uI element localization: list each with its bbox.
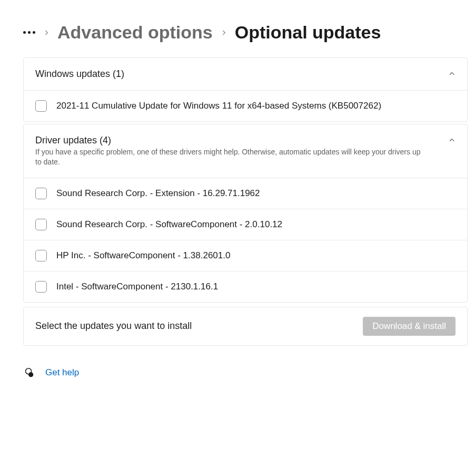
breadcrumb-prev[interactable]: Advanced options — [57, 22, 213, 43]
chevron-right-icon — [43, 29, 50, 36]
update-checkbox[interactable] — [35, 100, 47, 112]
update-checkbox[interactable] — [35, 219, 47, 230]
update-item[interactable]: HP Inc. - SoftwareComponent - 1.38.2601.… — [24, 240, 467, 271]
update-checkbox[interactable] — [35, 250, 47, 261]
section-subtitle: If you have a specific problem, one of t… — [35, 147, 425, 167]
update-label: 2021-11 Cumulative Update for Windows 11… — [56, 101, 381, 111]
windows-updates-header[interactable]: Windows updates (1) — [24, 58, 467, 90]
action-hint: Select the updates you want to install — [35, 320, 192, 332]
help-row: ? Get help — [23, 367, 468, 378]
chevron-up-icon — [448, 137, 456, 144]
update-item[interactable]: 2021-11 Cumulative Update for Windows 11… — [24, 90, 467, 121]
action-bar: Select the updates you want to install D… — [23, 307, 468, 346]
update-label: HP Inc. - SoftwareComponent - 1.38.2601.… — [56, 250, 230, 261]
driver-updates-header[interactable]: Driver updates (4) If you have a specifi… — [24, 124, 467, 178]
window-titlebar — [0, 0, 475, 5]
content-area: Advanced options Optional updates Window… — [0, 5, 475, 378]
update-item[interactable]: Sound Research Corp. - SoftwareComponent… — [24, 209, 467, 240]
driver-updates-section: Driver updates (4) If you have a specifi… — [23, 124, 468, 303]
breadcrumb-ellipsis[interactable] — [23, 31, 35, 34]
update-item[interactable]: Intel - SoftwareComponent - 2130.1.16.1 — [24, 271, 467, 302]
breadcrumb: Advanced options Optional updates — [23, 22, 468, 43]
update-label: Sound Research Corp. - Extension - 16.29… — [56, 188, 260, 199]
download-install-button[interactable]: Download & install — [363, 317, 456, 336]
update-label: Sound Research Corp. - SoftwareComponent… — [56, 219, 282, 230]
get-help-link[interactable]: Get help — [45, 367, 79, 378]
update-item[interactable]: Sound Research Corp. - Extension - 16.29… — [24, 178, 467, 209]
svg-text:?: ? — [30, 373, 32, 376]
update-label: Intel - SoftwareComponent - 2130.1.16.1 — [56, 281, 218, 292]
help-icon: ? — [23, 367, 35, 378]
update-checkbox[interactable] — [35, 281, 47, 293]
windows-updates-section: Windows updates (1) 2021-11 Cumulative U… — [23, 57, 468, 122]
chevron-up-icon — [448, 70, 456, 77]
chevron-right-icon — [220, 29, 227, 36]
update-checkbox[interactable] — [35, 188, 47, 199]
section-title: Driver updates (4) — [35, 135, 439, 146]
breadcrumb-current: Optional updates — [235, 22, 381, 43]
section-title: Windows updates (1) — [35, 69, 439, 80]
